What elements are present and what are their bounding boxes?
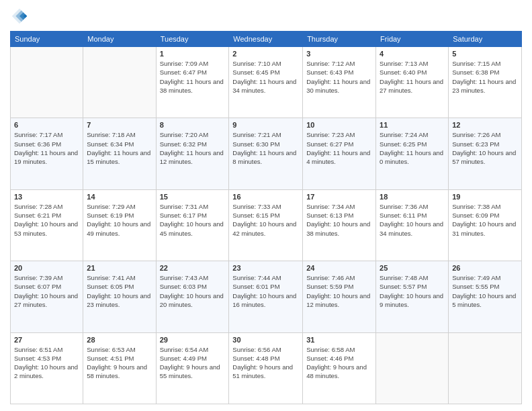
calendar-week-row: 6Sunrise: 7:17 AM Sunset: 6:36 PM Daylig… [11,118,522,189]
day-detail: Sunrise: 7:48 AM Sunset: 5:57 PM Dayligh… [380,273,445,309]
calendar-day-cell: 18Sunrise: 7:36 AM Sunset: 6:11 PM Dayli… [376,189,449,261]
calendar-day-cell: 21Sunrise: 7:41 AM Sunset: 6:05 PM Dayli… [83,261,156,332]
day-number: 11 [380,121,445,129]
day-number: 16 [232,193,299,201]
day-detail: Sunrise: 7:38 AM Sunset: 6:09 PM Dayligh… [452,202,518,238]
day-detail: Sunrise: 7:41 AM Sunset: 6:05 PM Dayligh… [87,273,152,309]
calendar-day-cell [449,332,522,404]
day-number: 22 [160,264,226,272]
day-detail: Sunrise: 6:54 AM Sunset: 4:49 PM Dayligh… [160,345,226,381]
day-number: 24 [306,264,372,272]
day-detail: Sunrise: 7:43 AM Sunset: 6:03 PM Dayligh… [160,273,226,309]
day-number: 30 [232,336,299,344]
calendar-day-cell: 26Sunrise: 7:49 AM Sunset: 5:55 PM Dayli… [449,261,522,332]
calendar-day-cell: 3Sunrise: 7:12 AM Sunset: 6:43 PM Daylig… [303,47,376,118]
calendar-day-cell: 20Sunrise: 7:39 AM Sunset: 6:07 PM Dayli… [11,261,83,332]
calendar-day-cell [83,47,156,118]
weekday-header: Sunday [11,32,83,47]
day-detail: Sunrise: 7:15 AM Sunset: 6:38 PM Dayligh… [452,59,518,95]
calendar-day-cell: 22Sunrise: 7:43 AM Sunset: 6:03 PM Dayli… [156,261,229,332]
calendar-day-cell: 17Sunrise: 7:34 AM Sunset: 6:13 PM Dayli… [303,189,376,261]
calendar-day-cell: 2Sunrise: 7:10 AM Sunset: 6:45 PM Daylig… [229,47,303,118]
day-number: 7 [87,121,152,129]
day-detail: Sunrise: 7:26 AM Sunset: 6:23 PM Dayligh… [452,130,518,166]
day-detail: Sunrise: 7:23 AM Sunset: 6:27 PM Dayligh… [306,130,372,166]
day-detail: Sunrise: 7:18 AM Sunset: 6:34 PM Dayligh… [87,130,152,166]
calendar-day-cell: 14Sunrise: 7:29 AM Sunset: 6:19 PM Dayli… [83,189,156,261]
day-detail: Sunrise: 7:49 AM Sunset: 5:55 PM Dayligh… [452,273,518,309]
calendar-day-cell: 28Sunrise: 6:53 AM Sunset: 4:51 PM Dayli… [83,332,156,404]
calendar-day-cell: 13Sunrise: 7:28 AM Sunset: 6:21 PM Dayli… [11,189,83,261]
day-number: 26 [452,264,518,272]
day-number: 21 [87,264,152,272]
day-number: 3 [306,50,372,58]
logo [10,7,32,26]
calendar-day-cell: 24Sunrise: 7:46 AM Sunset: 5:59 PM Dayli… [303,261,376,332]
calendar-day-cell: 4Sunrise: 7:13 AM Sunset: 6:40 PM Daylig… [376,47,449,118]
calendar-day-cell: 6Sunrise: 7:17 AM Sunset: 6:36 PM Daylig… [11,118,83,189]
day-detail: Sunrise: 7:10 AM Sunset: 6:45 PM Dayligh… [232,59,299,95]
day-detail: Sunrise: 6:53 AM Sunset: 4:51 PM Dayligh… [87,345,152,381]
day-number: 20 [14,264,79,272]
calendar-table: SundayMondayTuesdayWednesdayThursdayFrid… [10,31,522,404]
page: SundayMondayTuesdayWednesdayThursdayFrid… [0,0,532,411]
day-number: 12 [452,121,518,129]
calendar-week-row: 1Sunrise: 7:09 AM Sunset: 6:47 PM Daylig… [11,47,522,118]
day-number: 4 [380,50,445,58]
day-detail: Sunrise: 7:33 AM Sunset: 6:15 PM Dayligh… [232,202,299,238]
day-number: 6 [14,121,79,129]
day-detail: Sunrise: 7:24 AM Sunset: 6:25 PM Dayligh… [380,130,445,166]
day-number: 18 [380,193,445,201]
calendar-day-cell: 27Sunrise: 6:51 AM Sunset: 4:53 PM Dayli… [11,332,83,404]
day-detail: Sunrise: 7:20 AM Sunset: 6:32 PM Dayligh… [160,130,226,166]
calendar-day-cell: 29Sunrise: 6:54 AM Sunset: 4:49 PM Dayli… [156,332,229,404]
day-detail: Sunrise: 7:09 AM Sunset: 6:47 PM Dayligh… [160,59,226,95]
calendar-week-row: 20Sunrise: 7:39 AM Sunset: 6:07 PM Dayli… [11,261,522,332]
day-detail: Sunrise: 6:56 AM Sunset: 4:48 PM Dayligh… [232,345,299,381]
day-number: 15 [160,193,226,201]
weekday-header: Monday [83,32,156,47]
calendar-week-row: 27Sunrise: 6:51 AM Sunset: 4:53 PM Dayli… [11,332,522,404]
day-number: 27 [14,336,79,344]
day-detail: Sunrise: 6:58 AM Sunset: 4:46 PM Dayligh… [306,345,372,381]
calendar-day-cell: 11Sunrise: 7:24 AM Sunset: 6:25 PM Dayli… [376,118,449,189]
day-number: 25 [380,264,445,272]
day-number: 17 [306,193,372,201]
calendar-day-cell: 9Sunrise: 7:21 AM Sunset: 6:30 PM Daylig… [229,118,303,189]
calendar-day-cell: 1Sunrise: 7:09 AM Sunset: 6:47 PM Daylig… [156,47,229,118]
calendar-day-cell: 16Sunrise: 7:33 AM Sunset: 6:15 PM Dayli… [229,189,303,261]
day-detail: Sunrise: 7:29 AM Sunset: 6:19 PM Dayligh… [87,202,152,238]
day-number: 13 [14,193,79,201]
calendar-day-cell [376,332,449,404]
day-detail: Sunrise: 7:31 AM Sunset: 6:17 PM Dayligh… [160,202,226,238]
weekday-header: Thursday [303,32,376,47]
day-detail: Sunrise: 7:34 AM Sunset: 6:13 PM Dayligh… [306,202,372,238]
day-number: 19 [452,193,518,201]
calendar-day-cell: 25Sunrise: 7:48 AM Sunset: 5:57 PM Dayli… [376,261,449,332]
day-number: 2 [232,50,299,58]
day-number: 1 [160,50,226,58]
calendar-day-cell: 19Sunrise: 7:38 AM Sunset: 6:09 PM Dayli… [449,189,522,261]
calendar-day-cell [11,47,83,118]
day-detail: Sunrise: 7:13 AM Sunset: 6:40 PM Dayligh… [380,59,445,95]
calendar-day-cell: 23Sunrise: 7:44 AM Sunset: 6:01 PM Dayli… [229,261,303,332]
weekday-header: Saturday [449,32,522,47]
day-number: 8 [160,121,226,129]
calendar-day-cell: 8Sunrise: 7:20 AM Sunset: 6:32 PM Daylig… [156,118,229,189]
calendar-header-row: SundayMondayTuesdayWednesdayThursdayFrid… [11,32,522,47]
day-number: 28 [87,336,152,344]
day-detail: Sunrise: 7:39 AM Sunset: 6:07 PM Dayligh… [14,273,79,309]
day-detail: Sunrise: 7:44 AM Sunset: 6:01 PM Dayligh… [232,273,299,309]
weekday-header: Tuesday [156,32,229,47]
day-detail: Sunrise: 6:51 AM Sunset: 4:53 PM Dayligh… [14,345,79,381]
calendar-day-cell: 31Sunrise: 6:58 AM Sunset: 4:46 PM Dayli… [303,332,376,404]
day-number: 9 [232,121,299,129]
day-detail: Sunrise: 7:36 AM Sunset: 6:11 PM Dayligh… [380,202,445,238]
calendar-day-cell: 15Sunrise: 7:31 AM Sunset: 6:17 PM Dayli… [156,189,229,261]
header [10,7,522,26]
day-number: 23 [232,264,299,272]
day-number: 10 [306,121,372,129]
weekday-header: Friday [376,32,449,47]
calendar-week-row: 13Sunrise: 7:28 AM Sunset: 6:21 PM Dayli… [11,189,522,261]
day-number: 5 [452,50,518,58]
